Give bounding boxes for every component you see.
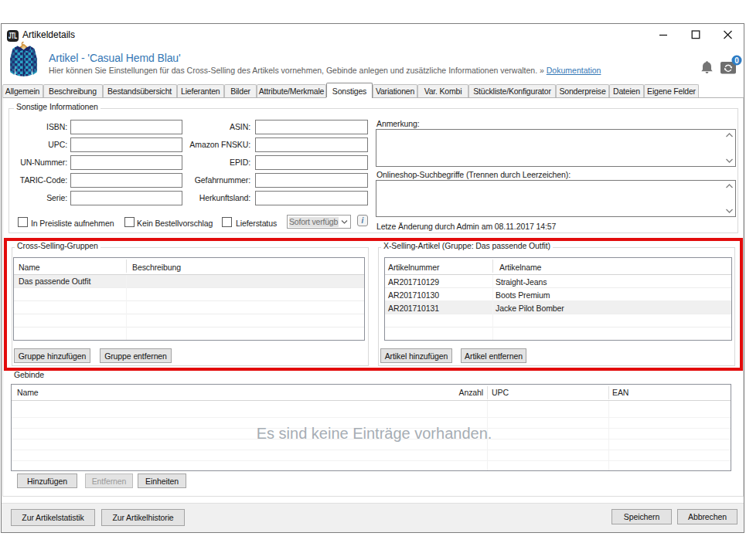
svg-text:0: 0 — [734, 56, 739, 65]
svg-text:JTL: JTL — [9, 31, 18, 40]
